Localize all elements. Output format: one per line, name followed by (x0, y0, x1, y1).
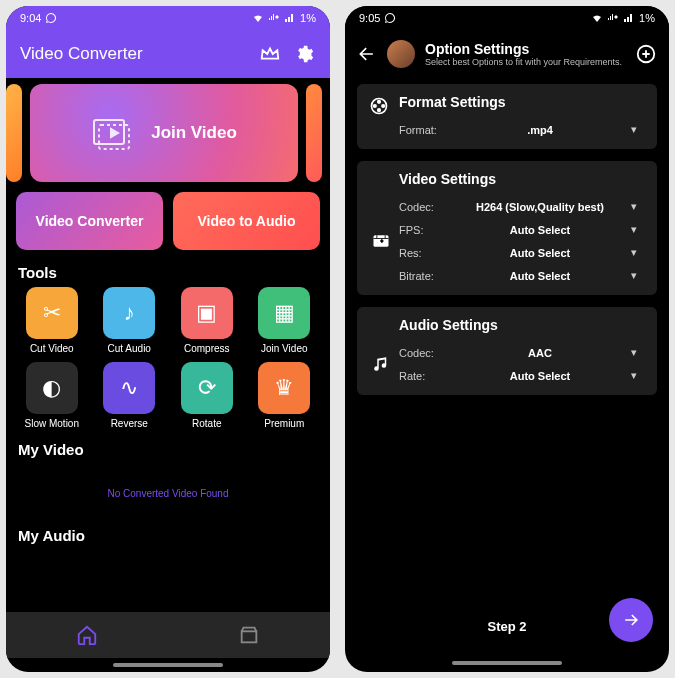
tool-label: Cut Video (30, 343, 74, 354)
clock: 9:04 (20, 12, 41, 24)
row-label: Codec: (399, 347, 449, 359)
duo-label-b: Video to Audio (198, 213, 296, 229)
signal-nodata-icon (607, 12, 619, 24)
video-panel: Video Settings Codec:H264 (Slow,Quality … (357, 161, 657, 295)
tool-label: Premium (264, 418, 304, 429)
next-button[interactable] (609, 598, 653, 642)
chevron-down-icon: ▾ (631, 200, 645, 213)
status-right: 1% (591, 12, 655, 24)
tool-slow-motion[interactable]: ◐Slow Motion (16, 362, 88, 429)
video-add-icon (369, 231, 393, 251)
store-icon[interactable] (238, 624, 260, 646)
tool-label: Compress (184, 343, 230, 354)
tool-label: Join Video (261, 343, 308, 354)
hero-next-card[interactable] (306, 84, 322, 182)
settings-title: Option Settings (425, 41, 625, 57)
audio-row-1[interactable]: Rate:Auto Select▾ (399, 364, 645, 387)
film-reel-icon (369, 96, 389, 116)
format-panel: Format Settings Format: .mp4 ▾ (357, 84, 657, 149)
tool-reverse[interactable]: ∿Reverse (94, 362, 166, 429)
tool-cut-audio[interactable]: ♪Cut Audio (94, 287, 166, 354)
battery-text: 1% (300, 12, 316, 24)
video-row-0[interactable]: Codec:H264 (Slow,Quality best)▾ (399, 195, 645, 218)
tool-icon: ▣ (181, 287, 233, 339)
svg-point-9 (374, 105, 377, 108)
hero-join-video-card[interactable]: Join Video (30, 84, 298, 182)
row-value: H264 (Slow,Quality best) (449, 201, 631, 213)
tool-cut-video[interactable]: ✂Cut Video (16, 287, 88, 354)
tool-icon: ◐ (26, 362, 78, 414)
crown-icon[interactable] (258, 42, 282, 66)
battery-text: 1% (639, 12, 655, 24)
chevron-down-icon: ▾ (631, 346, 645, 359)
signal-nodata-icon (268, 12, 280, 24)
tool-icon: ▦ (258, 287, 310, 339)
video-converter-card[interactable]: Video Converter (16, 192, 163, 250)
phone-left: 9:04 1% Video Converter Join Video (6, 6, 330, 672)
status-bar: 9:05 1% (345, 6, 669, 30)
row-label: Codec: (399, 201, 449, 213)
hero-carousel[interactable]: Join Video (6, 78, 330, 192)
video-title: Video Settings (399, 171, 645, 187)
hero-label: Join Video (151, 123, 237, 143)
audio-panel: Audio Settings Codec:AAC▾Rate:Auto Selec… (357, 307, 657, 395)
row-value: Auto Select (449, 270, 631, 282)
hero-prev-card[interactable] (6, 84, 22, 182)
myaudio-heading: My Audio (6, 523, 330, 550)
chevron-down-icon: ▾ (631, 123, 645, 136)
arrow-right-icon (621, 610, 641, 630)
svg-point-6 (378, 101, 381, 104)
tool-label: Slow Motion (25, 418, 79, 429)
format-row[interactable]: Format: .mp4 ▾ (369, 118, 645, 141)
video-row-3[interactable]: Bitrate:Auto Select▾ (399, 264, 645, 287)
svg-rect-0 (94, 120, 124, 144)
row-label: FPS: (399, 224, 449, 236)
tool-rotate[interactable]: ⟳Rotate (171, 362, 243, 429)
gesture-bar (6, 658, 330, 672)
status-left: 9:04 (20, 12, 57, 24)
filmstrip-icon (91, 114, 137, 152)
tool-compress[interactable]: ▣Compress (171, 287, 243, 354)
svg-point-7 (382, 105, 385, 108)
gear-icon[interactable] (292, 42, 316, 66)
tool-join-video[interactable]: ▦Join Video (249, 287, 321, 354)
video-row-2[interactable]: Res:Auto Select▾ (399, 241, 645, 264)
row-value: Auto Select (449, 224, 631, 236)
row-value: Auto Select (449, 370, 631, 382)
myvideo-heading: My Video (6, 437, 330, 464)
home-icon[interactable] (76, 624, 98, 646)
back-icon[interactable] (357, 44, 377, 64)
chevron-down-icon: ▾ (631, 269, 645, 282)
format-title: Format Settings (399, 94, 506, 110)
gesture-bar (345, 656, 669, 670)
audio-row-0[interactable]: Codec:AAC▾ (399, 341, 645, 364)
tool-icon: ✂ (26, 287, 78, 339)
row-label: Res: (399, 247, 449, 259)
svg-rect-3 (242, 631, 257, 642)
add-icon[interactable] (635, 43, 657, 65)
bottom-nav (6, 612, 330, 658)
chevron-down-icon: ▾ (631, 223, 645, 236)
video-to-audio-card[interactable]: Video to Audio (173, 192, 320, 250)
svg-marker-2 (111, 129, 118, 137)
music-note-icon (369, 355, 393, 373)
duo-label-a: Video Converter (36, 213, 144, 229)
whatsapp-icon (45, 12, 57, 24)
title-block: Option Settings Select best Options to f… (425, 41, 625, 68)
tool-icon: ⟳ (181, 362, 233, 414)
row-value: Auto Select (449, 247, 631, 259)
row-label: Bitrate: (399, 270, 449, 282)
svg-point-8 (378, 109, 381, 112)
tool-icon: ♪ (103, 287, 155, 339)
video-row-1[interactable]: FPS:Auto Select▾ (399, 218, 645, 241)
wifi-icon (252, 12, 264, 24)
status-right: 1% (252, 12, 316, 24)
app-title: Video Converter (20, 44, 248, 64)
tool-label: Reverse (111, 418, 148, 429)
settings-subtitle: Select best Options to fit with your Req… (425, 57, 625, 68)
signal-icon (623, 12, 635, 24)
format-label: Format: (399, 124, 449, 136)
chevron-down-icon: ▾ (631, 369, 645, 382)
tool-premium[interactable]: ♛Premium (249, 362, 321, 429)
phone-right: 9:05 1% Option Settings Select best Opti… (345, 6, 669, 672)
